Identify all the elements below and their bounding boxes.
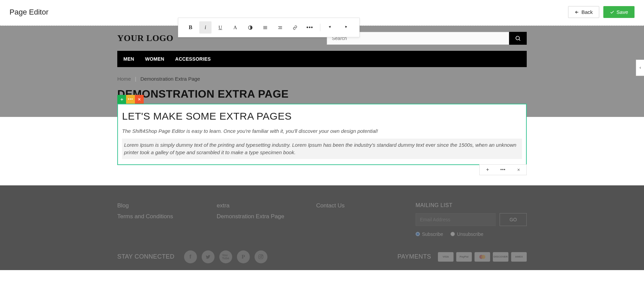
contrast-button[interactable] xyxy=(244,21,256,34)
add-block-button[interactable] xyxy=(117,95,126,104)
footer-right: PAYMENTS VISA PayPal DISCOVER AMEX xyxy=(397,252,527,262)
save-button[interactable]: Save xyxy=(603,6,635,18)
instagram-icon[interactable] xyxy=(255,250,267,263)
payment-badges: VISA PayPal DISCOVER AMEX xyxy=(438,252,527,262)
preview-area: YOUR LOGO MEN WOMEN ACCESSORIES Home | D… xyxy=(0,26,644,270)
search-button[interactable] xyxy=(509,32,527,45)
svg-point-3 xyxy=(260,256,262,258)
redo-button[interactable] xyxy=(339,21,351,34)
footer-link-contact[interactable]: Contact Us xyxy=(316,202,409,209)
amex-badge: AMEX xyxy=(511,252,527,262)
breadcrumb: Home | Demonstration Extra Page xyxy=(117,67,527,88)
link-icon xyxy=(293,25,298,30)
underline-button[interactable]: U xyxy=(214,21,226,34)
visa-badge: VISA xyxy=(438,252,454,262)
editable-content-block[interactable]: ••• LET'S MAKE SOME EXTRA PAGES The Shif… xyxy=(117,104,527,165)
redo-icon xyxy=(343,25,348,30)
unsubscribe-label: Unsubscribe xyxy=(457,231,483,237)
close-icon xyxy=(137,97,141,101)
site-logo: YOUR LOGO xyxy=(117,33,174,43)
block-title[interactable]: LET'S MAKE SOME EXTRA PAGES xyxy=(122,110,522,122)
indent-icon xyxy=(278,25,283,30)
link-button[interactable] xyxy=(289,21,301,34)
undo-icon xyxy=(328,25,333,30)
breadcrumb-current: Demonstration Extra Page xyxy=(140,76,200,82)
subscribe-radio[interactable] xyxy=(416,232,420,236)
footer-col-3: Contact Us xyxy=(316,202,409,237)
facebook-icon[interactable]: f xyxy=(184,250,197,263)
footer-link-terms[interactable]: Terms and Conditions xyxy=(117,213,210,220)
footer-link-blog[interactable]: Blog xyxy=(117,202,210,209)
main-nav: MEN WOMEN ACCESSORIES xyxy=(117,51,527,67)
contrast-icon xyxy=(248,25,253,30)
mastercard-icon xyxy=(478,254,486,260)
more-button[interactable]: ••• xyxy=(304,21,316,34)
indent-button[interactable] xyxy=(274,21,286,34)
nav-item-men[interactable]: MEN xyxy=(123,56,134,62)
search-icon xyxy=(515,35,521,41)
payments-label: PAYMENTS xyxy=(397,253,431,260)
site-footer: Blog Terms and Conditions extra Demonstr… xyxy=(0,185,644,270)
plus-icon xyxy=(120,97,124,102)
svg-point-1 xyxy=(516,36,520,40)
block-body-text[interactable]: Lorem Ipsum is simply dummy text of the … xyxy=(122,139,522,159)
email-field[interactable] xyxy=(416,213,496,226)
arrow-left-icon xyxy=(575,10,579,15)
chevron-left-icon xyxy=(639,65,642,70)
block-options-button[interactable]: ••• xyxy=(126,95,135,104)
bold-button[interactable]: B xyxy=(184,21,197,34)
toolbar-divider xyxy=(320,24,320,31)
breadcrumb-separator: | xyxy=(135,76,136,82)
discover-badge: DISCOVER xyxy=(493,252,508,262)
nav-item-accessories[interactable]: ACCESSORIES xyxy=(175,56,211,62)
subscribe-option[interactable]: Subscribe xyxy=(416,231,443,237)
undo-button[interactable] xyxy=(324,21,337,34)
delete-block-button[interactable] xyxy=(135,95,144,104)
block-tools-bottom-right: ••• xyxy=(479,164,527,175)
mailing-list-title: MAILING LIST xyxy=(416,202,527,208)
subscribe-label: Subscribe xyxy=(422,231,443,237)
unsubscribe-radio[interactable] xyxy=(450,232,455,236)
youtube-icon[interactable]: YouTube xyxy=(219,250,232,263)
side-panel-toggle[interactable] xyxy=(636,60,644,76)
check-icon xyxy=(610,10,615,15)
paypal-badge: PayPal xyxy=(456,252,472,262)
editor-title: Page Editor xyxy=(9,8,48,17)
mastercard-badge xyxy=(475,252,490,262)
twitter-icon[interactable] xyxy=(202,250,215,263)
save-label: Save xyxy=(617,9,628,15)
header-actions: Back Save xyxy=(568,6,635,18)
format-toolbar: B i U A ••• xyxy=(178,18,360,37)
nav-item-women[interactable]: WOMEN xyxy=(145,56,164,62)
breadcrumb-home[interactable]: Home xyxy=(117,76,131,82)
block-body: LET'S MAKE SOME EXTRA PAGES The Shift4Sh… xyxy=(118,104,526,164)
footer-col-1: Blog Terms and Conditions xyxy=(117,202,210,237)
stay-connected-label: STAY CONNECTED xyxy=(117,253,175,260)
go-button[interactable]: GO xyxy=(500,213,527,226)
twitter-bird-icon xyxy=(205,254,211,260)
subscription-options: Subscribe Unsubscribe xyxy=(416,231,527,237)
add-section-button[interactable] xyxy=(480,165,495,175)
footer-left: STAY CONNECTED f YouTube P xyxy=(117,250,267,263)
pinterest-icon[interactable]: P xyxy=(237,250,250,263)
font-button[interactable]: A xyxy=(229,21,241,34)
italic-button[interactable]: i xyxy=(199,21,212,34)
unsubscribe-option[interactable]: Unsubscribe xyxy=(450,231,483,237)
block-intro[interactable]: The Shift4Shop Page Editor is easy to le… xyxy=(122,128,522,134)
section-options-button[interactable]: ••• xyxy=(495,165,511,175)
plus-icon xyxy=(485,167,490,172)
instagram-glyph-icon xyxy=(258,254,264,260)
svg-point-4 xyxy=(262,255,262,256)
back-button[interactable]: Back xyxy=(568,6,599,18)
align-icon xyxy=(263,25,268,30)
block-tools-top-left: ••• xyxy=(117,95,144,104)
footer-link-demo[interactable]: Demonstration Extra Page xyxy=(217,213,309,220)
footer-col-mailing: MAILING LIST GO Subscribe Unsubscribe xyxy=(416,202,527,237)
remove-section-button[interactable] xyxy=(511,165,526,175)
svg-point-6 xyxy=(481,255,485,259)
social-icons: f YouTube P xyxy=(184,250,267,263)
footer-link-extra[interactable]: extra xyxy=(217,202,309,209)
align-button[interactable] xyxy=(259,21,271,34)
close-icon xyxy=(517,168,521,172)
mailing-form: GO xyxy=(416,213,527,226)
